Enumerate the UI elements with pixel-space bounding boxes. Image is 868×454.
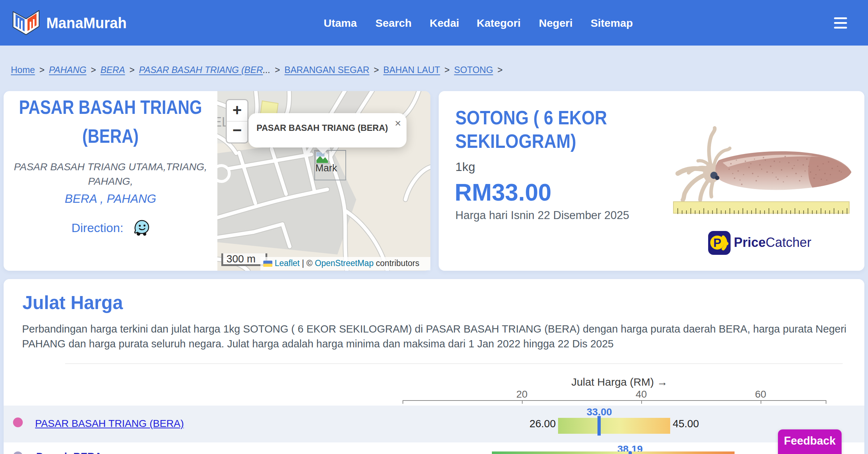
svg-text:Mark: Mark: [315, 163, 337, 174]
svg-text:P: P: [713, 236, 721, 249]
